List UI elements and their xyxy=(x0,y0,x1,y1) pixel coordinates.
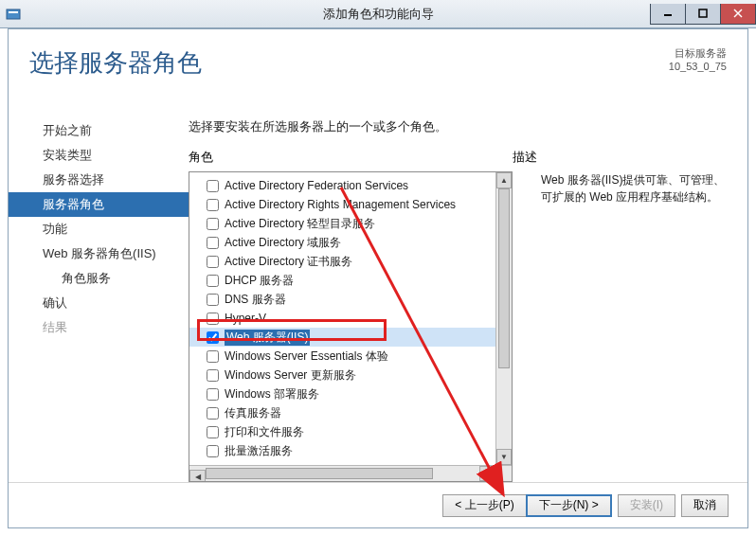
role-checkbox[interactable] xyxy=(207,275,219,287)
role-label: Active Directory 证书服务 xyxy=(225,254,352,270)
role-row[interactable]: Windows Server 更新服务 xyxy=(189,366,495,384)
wizard-frame: 选择服务器角色 目标服务器 10_53_0_75 开始之前安装类型服务器选择服务… xyxy=(8,28,748,528)
role-row[interactable]: Active Directory 证书服务 xyxy=(189,252,495,271)
svg-rect-1 xyxy=(9,11,18,13)
role-label: Active Directory Federation Services xyxy=(225,179,408,192)
page-title: 选择服务器角色 xyxy=(29,46,202,80)
scroll-left-icon[interactable]: ◀ xyxy=(189,470,206,483)
role-row[interactable]: Active Directory 域服务 xyxy=(189,233,495,252)
scroll-right-icon[interactable]: ▶ xyxy=(479,466,495,481)
role-row[interactable]: Active Directory 轻型目录服务 xyxy=(189,214,495,233)
roles-listbox[interactable]: Active Directory Federation ServicesActi… xyxy=(189,171,513,482)
previous-button[interactable]: < 上一步(P) xyxy=(442,494,525,517)
scroll-up-icon[interactable]: ▲ xyxy=(496,172,512,188)
role-row[interactable]: 批量激活服务 xyxy=(189,441,495,460)
nav-item[interactable]: 确认 xyxy=(9,291,189,315)
scroll-corner xyxy=(495,465,512,481)
scrollbar-horizontal[interactable]: ◀ ▶ xyxy=(189,465,495,481)
role-checkbox[interactable] xyxy=(207,180,219,192)
nav-item[interactable]: 开始之前 xyxy=(9,118,189,143)
role-checkbox[interactable] xyxy=(207,237,219,249)
titlebar: 添加角色和功能向导 xyxy=(0,0,756,28)
install-button[interactable]: 安装(I) xyxy=(618,494,675,517)
role-row[interactable]: DHCP 服务器 xyxy=(189,271,495,290)
role-checkbox[interactable] xyxy=(207,369,219,382)
role-row[interactable]: Web 服务器(IIS) xyxy=(189,328,495,347)
nav-item[interactable]: 服务器选择 xyxy=(9,168,189,192)
role-label: Active Directory 轻型目录服务 xyxy=(225,216,375,232)
nav-item[interactable]: 功能 xyxy=(9,217,189,241)
role-label: DNS 服务器 xyxy=(225,292,286,308)
button-row: < 上一步(P) 下一步(N) > 安装(I) 取消 xyxy=(9,482,747,527)
role-row[interactable]: Windows Server Essentials 体验 xyxy=(189,347,495,366)
role-row[interactable]: DNS 服务器 xyxy=(189,290,495,309)
role-row[interactable]: 打印和文件服务 xyxy=(189,422,495,441)
role-checkbox[interactable] xyxy=(207,218,219,230)
scroll-down-icon[interactable]: ▼ xyxy=(496,449,512,465)
svg-rect-3 xyxy=(699,9,707,17)
svg-rect-0 xyxy=(7,9,20,19)
role-label: Windows 部署服务 xyxy=(225,386,319,402)
wizard-nav: 开始之前安装类型服务器选择服务器角色功能Web 服务器角色(IIS)角色服务确认… xyxy=(9,109,189,482)
close-button[interactable] xyxy=(720,4,756,25)
nav-item[interactable]: 服务器角色 xyxy=(9,192,189,217)
destination-server-box: 目标服务器 10_53_0_75 xyxy=(669,46,727,74)
role-checkbox[interactable] xyxy=(207,426,219,438)
minimize-button[interactable] xyxy=(650,4,686,25)
nav-item: 结果 xyxy=(9,315,189,340)
scroll-thumb-vertical[interactable] xyxy=(498,188,510,368)
description-text: Web 服务器(IIS)提供可靠、可管理、可扩展的 Web 应用程序基础结构。 xyxy=(541,171,727,482)
roles-header: 角色 xyxy=(189,149,513,166)
role-checkbox[interactable] xyxy=(207,350,219,363)
role-checkbox[interactable] xyxy=(207,199,219,211)
role-checkbox[interactable] xyxy=(207,445,219,457)
role-label: 传真服务器 xyxy=(225,405,281,421)
role-label: Windows Server 更新服务 xyxy=(225,367,356,384)
instruction-text: 选择要安装在所选服务器上的一个或多个角色。 xyxy=(189,118,727,135)
role-row[interactable]: Hyper-V xyxy=(189,309,495,328)
role-label: 批量激活服务 xyxy=(225,443,293,459)
scroll-thumb-horizontal[interactable] xyxy=(206,468,433,479)
cancel-button[interactable]: 取消 xyxy=(681,494,729,517)
role-checkbox[interactable] xyxy=(207,331,219,344)
destination-label: 目标服务器 xyxy=(669,46,727,60)
role-checkbox[interactable] xyxy=(207,294,219,306)
window-title: 添加角色和功能向导 xyxy=(323,6,434,23)
role-checkbox[interactable] xyxy=(207,407,219,420)
role-row[interactable]: Windows 部署服务 xyxy=(189,384,495,403)
role-checkbox[interactable] xyxy=(207,256,219,268)
role-label: Active Directory Rights Management Servi… xyxy=(225,198,456,211)
role-label: Active Directory 域服务 xyxy=(225,235,341,251)
scrollbar-vertical[interactable]: ▲ ▼ xyxy=(495,172,512,465)
role-checkbox[interactable] xyxy=(207,313,219,325)
app-icon xyxy=(6,7,21,22)
maximize-button[interactable] xyxy=(685,4,721,25)
role-label: DHCP 服务器 xyxy=(225,273,294,289)
role-checkbox[interactable] xyxy=(207,388,219,401)
nav-item[interactable]: 角色服务 xyxy=(9,266,189,291)
role-label: 打印和文件服务 xyxy=(225,424,304,440)
role-label: Hyper-V xyxy=(225,312,266,325)
destination-name: 10_53_0_75 xyxy=(669,60,727,73)
role-row[interactable]: Active Directory Rights Management Servi… xyxy=(189,195,495,214)
description-header: 描述 xyxy=(513,149,537,166)
nav-item[interactable]: Web 服务器角色(IIS) xyxy=(9,241,189,266)
role-label: Web 服务器(IIS) xyxy=(225,330,310,346)
role-label: Windows Server Essentials 体验 xyxy=(225,348,388,365)
next-button[interactable]: 下一步(N) > xyxy=(526,494,612,517)
nav-item[interactable]: 安装类型 xyxy=(9,143,189,168)
role-row[interactable]: 传真服务器 xyxy=(189,403,495,422)
role-row[interactable]: Active Directory Federation Services xyxy=(189,176,495,195)
